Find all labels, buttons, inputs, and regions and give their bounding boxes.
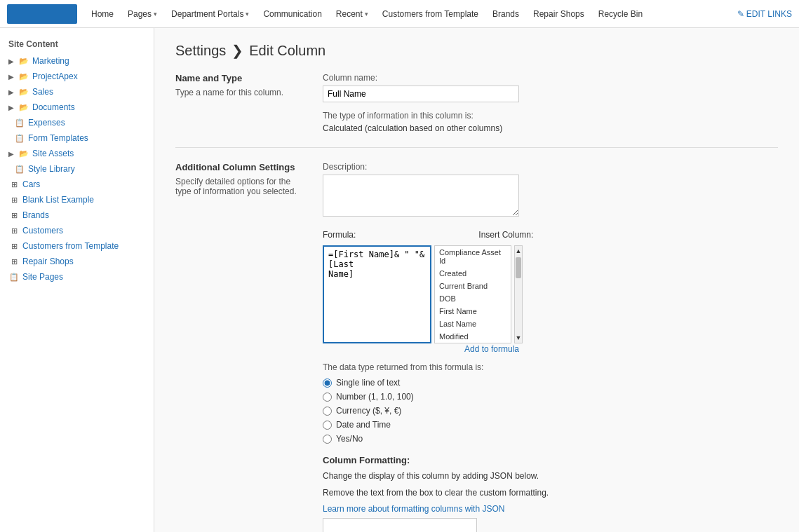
site-assets-expand-icon: ▶ <box>8 150 15 158</box>
site-logo[interactable] <box>7 4 77 24</box>
documents-icon: 📂 <box>18 102 29 113</box>
radio-currency-input[interactable] <box>323 407 332 416</box>
sidebar-label-documents: Documents <box>32 102 75 112</box>
description-label: Description: <box>323 162 778 172</box>
radio-yes-no-label: Yes/No <box>336 434 363 444</box>
scrollbar[interactable]: ▲ ▼ <box>514 245 523 343</box>
sidebar-item-style-library[interactable]: 📋 Style Library <box>0 161 154 177</box>
radio-date-time[interactable]: Date and Time <box>323 420 778 430</box>
additional-settings-right: Description: Formula: Insert Column: Com… <box>323 162 778 532</box>
name-type-right: Column name: The type of information in … <box>323 73 778 133</box>
additional-settings-left: Additional Column Settings Specify detai… <box>175 162 302 207</box>
insert-column-list-item[interactable]: Created <box>435 267 511 280</box>
formatting-desc-2: Remove the text from the box to clear th… <box>323 486 778 499</box>
customers-icon: ⊞ <box>8 225 20 236</box>
insert-column-list-item[interactable]: First Name <box>435 305 511 318</box>
nav-repair-shops[interactable]: Repair Shops <box>528 5 590 23</box>
dept-portals-arrow-icon: ▾ <box>246 11 249 18</box>
sidebar-item-expenses[interactable]: 📋 Expenses <box>0 115 154 130</box>
formula-textarea[interactable] <box>323 245 431 343</box>
insert-column-list-item[interactable]: Compliance Asset Id <box>435 246 511 267</box>
sidebar-item-site-assets[interactable]: ▶ 📂 Site Assets <box>0 146 154 161</box>
sidebar-item-customers-from-template[interactable]: ⊞ Customers from Template <box>0 238 154 254</box>
top-navigation: Home Pages ▾ Department Portals ▾ Commun… <box>0 0 799 28</box>
radio-group-data-type: Single line of text Number (1, 1.0, 100)… <box>323 378 778 444</box>
nav-department-portals[interactable]: Department Portals ▾ <box>166 5 255 23</box>
radio-date-time-label: Date and Time <box>336 420 391 430</box>
insert-column-list[interactable]: Compliance Asset IdCreatedCurrent BrandD… <box>434 245 511 343</box>
scrollbar-thumb[interactable] <box>516 257 521 278</box>
documents-expand-icon: ▶ <box>8 104 15 111</box>
radio-yes-no[interactable]: Yes/No <box>323 434 778 444</box>
radio-single-line-input[interactable] <box>323 378 332 388</box>
data-type-label: The data type returned from this formula… <box>323 362 778 372</box>
column-name-input[interactable] <box>323 86 519 102</box>
insert-column-list-item[interactable]: Last Name <box>435 318 511 330</box>
description-textarea[interactable] <box>323 175 519 217</box>
radio-number-input[interactable] <box>323 393 332 402</box>
sidebar-item-cars[interactable]: ⊞ Cars <box>0 177 154 192</box>
add-to-formula-container: Add to formula <box>323 343 519 354</box>
breadcrumb-arrow-icon: ❯ <box>231 42 243 59</box>
customers-from-template-icon: ⊞ <box>8 240 20 252</box>
sidebar-label-expenses: Expenses <box>28 118 65 128</box>
sidebar-item-projectapex[interactable]: ▶ 📂 ProjectApex <box>0 69 154 84</box>
radio-date-time-input[interactable] <box>323 421 332 430</box>
formatting-json-textarea[interactable] <box>323 518 477 532</box>
sidebar-label-cars: Cars <box>22 179 40 189</box>
formula-row: Formula: Insert Column: <box>323 230 778 240</box>
sidebar-item-customers[interactable]: ⊞ Customers <box>0 223 154 238</box>
sidebar-label-sales: Sales <box>32 87 53 97</box>
sidebar-item-marketing[interactable]: ▶ 📂 Marketing <box>0 53 154 69</box>
insert-column-list-item[interactable]: Current Brand <box>435 280 511 292</box>
insert-column-label-container: Insert Column: <box>478 230 533 240</box>
additional-settings-section: Additional Column Settings Specify detai… <box>175 162 778 532</box>
nav-recent[interactable]: Recent ▾ <box>330 5 374 23</box>
formula-label: Formula: <box>323 230 356 240</box>
name-type-left: Name and Type Type a name for this colum… <box>175 73 302 109</box>
sales-expand-icon: ▶ <box>8 88 15 96</box>
sidebar-item-site-pages[interactable]: 📋 Site Pages <box>0 269 154 285</box>
nav-pages[interactable]: Pages ▾ <box>122 5 163 23</box>
nav-brands[interactable]: Brands <box>487 5 525 23</box>
radio-yes-no-input[interactable] <box>323 435 332 444</box>
scroll-up-icon[interactable]: ▲ <box>514 246 523 256</box>
sidebar-item-blank-list[interactable]: ⊞ Blank List Example <box>0 192 154 207</box>
add-to-formula-link[interactable]: Add to formula <box>464 344 519 354</box>
main-content: Settings ❯ Edit Column Name and Type Typ… <box>154 28 799 532</box>
nav-home[interactable]: Home <box>86 5 119 23</box>
nav-customers-from-template[interactable]: Customers from Template <box>377 5 484 23</box>
radio-number[interactable]: Number (1, 1.0, 100) <box>323 392 778 402</box>
radio-currency[interactable]: Currency ($, ¥, €) <box>323 406 778 416</box>
sidebar-label-customers-from-template: Customers from Template <box>22 241 119 251</box>
sidebar-label-brands: Brands <box>22 210 49 220</box>
radio-currency-label: Currency ($, ¥, €) <box>336 406 401 416</box>
nav-recycle-bin[interactable]: Recycle Bin <box>593 5 648 23</box>
projectapex-expand-icon: ▶ <box>8 73 15 81</box>
nav-communication[interactable]: Communication <box>257 5 327 23</box>
formatting-json-link[interactable]: Learn more about formatting columns with… <box>323 504 504 514</box>
sidebar-item-documents[interactable]: ▶ 📂 Documents <box>0 100 154 115</box>
type-label: The type of information in this column i… <box>323 111 778 121</box>
radio-single-line[interactable]: Single line of text <box>323 378 778 388</box>
divider-1 <box>175 147 778 148</box>
projectapex-icon: 📂 <box>18 71 29 82</box>
sidebar-item-brands[interactable]: ⊞ Brands <box>0 207 154 223</box>
insert-column-list-item[interactable]: Office <box>435 343 511 343</box>
insert-column-list-item[interactable]: Modified <box>435 330 511 343</box>
insert-column-list-item[interactable]: DOB <box>435 292 511 305</box>
form-templates-icon: 📋 <box>14 132 25 144</box>
sidebar: Site Content ▶ 📂 Marketing ▶ 📂 ProjectAp… <box>0 28 154 532</box>
sales-icon: 📂 <box>18 86 29 97</box>
pages-arrow-icon: ▾ <box>154 11 157 18</box>
radio-single-line-label: Single line of text <box>336 378 400 388</box>
name-type-title: Name and Type <box>175 73 302 83</box>
cars-icon: ⊞ <box>8 179 20 190</box>
sidebar-label-style-library: Style Library <box>28 164 75 174</box>
scroll-down-icon[interactable]: ▼ <box>514 333 523 343</box>
edit-links-button[interactable]: ✎ EDIT LINKS <box>737 9 792 19</box>
sidebar-item-form-templates[interactable]: 📋 Form Templates <box>0 130 154 146</box>
sidebar-item-repair-shops[interactable]: ⊞ Repair Shops <box>0 254 154 269</box>
breadcrumb-current: Edit Column <box>249 43 325 59</box>
sidebar-item-sales[interactable]: ▶ 📂 Sales <box>0 84 154 100</box>
